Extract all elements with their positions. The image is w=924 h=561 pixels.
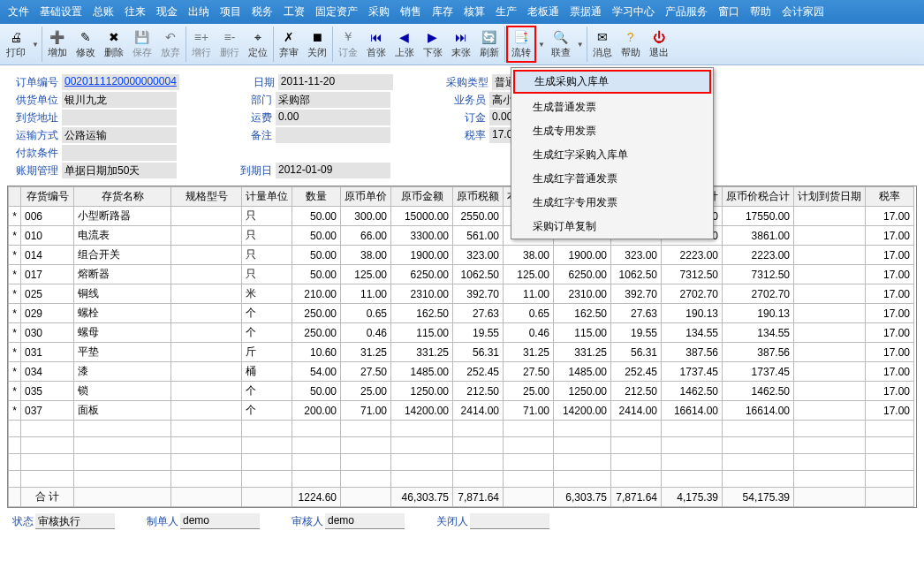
prev-button[interactable]: ◀上张 <box>390 27 419 62</box>
freight-field[interactable]: 0.00 <box>276 110 390 125</box>
menu-home[interactable]: 会计家园 <box>777 3 829 21</box>
table-row[interactable]: *029螺栓个250.000.65162.5027.630.65162.5027… <box>9 304 914 323</box>
addrow-icon: ≡+ <box>193 29 209 45</box>
col-code[interactable]: 存货编号 <box>21 187 74 207</box>
menu-file[interactable]: 文件 <box>4 3 34 21</box>
table-row[interactable]: *031平垫斤10.6031.25331.2556.3131.25331.255… <box>9 343 914 362</box>
refresh-button[interactable]: 🔄刷新 <box>475 27 504 62</box>
locate-button[interactable]: ⌖定位 <box>244 27 272 62</box>
close-button[interactable]: ⏹关闭 <box>303 27 331 62</box>
pay-field[interactable] <box>62 145 177 161</box>
liuzhuan-dropdown-arrow[interactable]: ▼ <box>536 41 547 49</box>
supplier-field[interactable]: 银川九龙 <box>62 92 177 108</box>
col-spec[interactable]: 规格型号 <box>171 187 242 207</box>
table-row[interactable]: *017熔断器只50.00125.006250.001062.50125.006… <box>9 265 914 284</box>
menu-ar[interactable]: 往来 <box>120 3 150 21</box>
date-label: 日期 <box>229 75 275 90</box>
menu-product[interactable]: 产品服务 <box>661 3 712 21</box>
dropdown-gen-red-instock[interactable]: 生成红字采购入库单 <box>511 143 713 167</box>
menu-window[interactable]: 窗口 <box>714 3 744 21</box>
order-button[interactable]: ￥订金 <box>334 27 362 62</box>
msg-button[interactable]: ✉消息 <box>588 27 617 62</box>
date-field[interactable]: 2011-11-20 <box>278 74 393 90</box>
deposit-label: 订金 <box>440 110 486 125</box>
table-row-empty[interactable] <box>9 471 914 488</box>
col-sum2[interactable]: 原币价税合计 <box>723 187 794 207</box>
dropdown-copy-order[interactable]: 采购订单复制 <box>511 215 713 239</box>
menu-bill[interactable]: 票据通 <box>565 3 606 21</box>
menu-produce[interactable]: 生产 <box>491 3 521 21</box>
menu-ledger[interactable]: 总账 <box>88 3 118 21</box>
liancha-button[interactable]: 🔍联查 <box>547 27 575 62</box>
menu-sale[interactable]: 销售 <box>396 3 426 21</box>
table-row-empty[interactable] <box>9 454 914 471</box>
col-name[interactable]: 存货名称 <box>74 187 171 207</box>
modify-button[interactable]: ✎修改 <box>72 27 100 62</box>
help-button[interactable]: ?帮助 <box>617 27 645 62</box>
remark-label: 备注 <box>226 128 272 143</box>
ship-field[interactable]: 公路运输 <box>62 127 177 143</box>
menu-basic[interactable]: 基础设置 <box>35 3 87 21</box>
acct-field[interactable]: 单据日期加50天 <box>62 163 177 178</box>
last-button[interactable]: ⏭末张 <box>447 27 475 62</box>
table-row[interactable]: *025铜线米210.0011.002310.00392.7011.002310… <box>9 284 914 304</box>
menu-asset[interactable]: 固定资产 <box>311 3 362 21</box>
table-row[interactable]: *030螺母个250.000.46115.0019.550.46115.0019… <box>9 323 914 343</box>
table-row[interactable]: *034漆桶54.0027.501485.00252.4527.501485.0… <box>9 362 914 382</box>
next-button[interactable]: ▶下张 <box>419 27 447 62</box>
abandon-button[interactable]: ✗弃审 <box>275 27 303 62</box>
menu-account[interactable]: 核算 <box>459 3 489 21</box>
liancha-dropdown-arrow[interactable]: ▼ <box>575 41 586 49</box>
menu-tax[interactable]: 税务 <box>247 3 277 21</box>
col-qty[interactable]: 数量 <box>292 187 341 207</box>
dept-field[interactable]: 采购部 <box>276 92 390 108</box>
menu-project[interactable]: 项目 <box>216 3 246 21</box>
delrow-button[interactable]: ≡-删行 <box>216 27 244 62</box>
table-row[interactable]: *014组合开关只50.0038.001900.00323.0038.00190… <box>9 246 914 265</box>
table-row[interactable]: *037面板个200.0071.0014200.002414.0071.0014… <box>9 401 914 421</box>
discard-button[interactable]: ↶放弃 <box>156 27 185 62</box>
menu-stock[interactable]: 库存 <box>428 3 458 21</box>
dropdown-gen-red-normal[interactable]: 生成红字普通发票 <box>511 167 713 191</box>
table-row[interactable]: *010电流表只50.0066.003300.00561.0066.003300… <box>9 226 914 246</box>
col-uprice[interactable]: 原币单价 <box>341 187 391 207</box>
table-row[interactable]: *035锁个50.0025.001250.00212.5025.001250.0… <box>9 382 914 401</box>
order-no-field[interactable]: 0020111120000000004 <box>62 74 179 90</box>
col-amt[interactable]: 原币金额 <box>391 187 453 207</box>
liuzhuan-button[interactable]: 📑流转 <box>506 26 536 63</box>
table-row-empty[interactable] <box>9 421 914 437</box>
dropdown-gen-special-invoice[interactable]: 生成专用发票 <box>511 119 713 143</box>
col-rate[interactable]: 税率 <box>866 187 914 207</box>
menu-learn[interactable]: 学习中心 <box>608 3 659 21</box>
detail-table[interactable]: 存货编号 存货名称 规格型号 计量单位 数量 原币单价 原币金额 原币税额 本币… <box>8 186 914 507</box>
due-field[interactable]: 2012-01-09 <box>276 163 390 178</box>
table-row[interactable]: *006小型断路器只50.00300.0015000.002550.00300.… <box>9 207 914 226</box>
menu-boss[interactable]: 老板通 <box>523 3 564 21</box>
menu-cash[interactable]: 现金 <box>152 3 182 21</box>
locate-icon: ⌖ <box>250 29 266 45</box>
maker-label: 制单人 <box>147 514 178 529</box>
exit-button[interactable]: ⏻退出 <box>645 27 673 62</box>
menu-help[interactable]: 帮助 <box>746 3 776 21</box>
menu-salary[interactable]: 工资 <box>279 3 309 21</box>
dropdown-gen-instock[interactable]: 生成采购入库单 <box>513 70 711 94</box>
dropdown-gen-normal-invoice[interactable]: 生成普通发票 <box>511 95 713 119</box>
delete-button[interactable]: ✖删除 <box>100 27 128 62</box>
addr-field[interactable] <box>62 110 177 125</box>
addrow-button[interactable]: ≡+增行 <box>187 27 216 62</box>
col-plandate[interactable]: 计划到货日期 <box>794 187 866 207</box>
add-button[interactable]: ➕增加 <box>43 27 72 62</box>
print-button[interactable]: 🖨打印 <box>2 27 30 62</box>
col-otax[interactable]: 原币税额 <box>453 187 504 207</box>
print-dropdown-arrow[interactable]: ▼ <box>30 41 41 49</box>
first-button[interactable]: ⏮首张 <box>362 27 390 62</box>
table-row-empty[interactable] <box>9 437 914 454</box>
save-button[interactable]: 💾保存 <box>128 27 156 62</box>
menu-cashier[interactable]: 出纳 <box>184 3 214 21</box>
checker-label: 审核人 <box>292 514 323 529</box>
refresh-icon: 🔄 <box>481 29 497 45</box>
col-unit[interactable]: 计量单位 <box>242 187 292 207</box>
remark-field[interactable] <box>276 127 390 143</box>
dropdown-gen-red-special[interactable]: 生成红字专用发票 <box>511 191 713 215</box>
menu-purchase[interactable]: 采购 <box>364 3 394 21</box>
